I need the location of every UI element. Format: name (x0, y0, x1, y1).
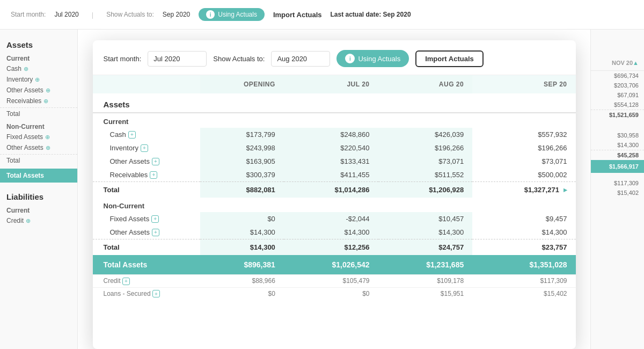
modal-table-container[interactable]: OPENING JUL 20 AUG 20 SEP 20 Assets (93, 75, 576, 349)
expand-icon: ⊕ (46, 87, 50, 94)
nc-total-jul20: $12,256 (284, 239, 378, 256)
current-total-row: Total $882,081 $1,014,286 $1,206,928 $1,… (93, 182, 576, 198)
right-col-total: $1,521,659 (591, 110, 644, 120)
sidebar-assets-title: Assets (0, 35, 77, 52)
right-col-other-assets-2: $14,300 (591, 140, 644, 150)
inventory-opening: $243,998 (200, 141, 284, 155)
receivables-jul20: $411,455 (284, 168, 378, 182)
start-month-label: Start month: (11, 11, 46, 18)
right-col-fixed-assets: $30,958 (591, 130, 644, 140)
credit-opening: $88,966 (200, 275, 284, 288)
col-header-jul20: JUL 20 (284, 75, 378, 93)
right-col-total-2: $45,258 (591, 150, 644, 160)
inventory-label: Inventory (110, 144, 138, 152)
expand-icon: ⊕ (45, 134, 50, 141)
current-total-opening: $882,081 (200, 182, 284, 198)
right-col-credit: $117,309 (591, 178, 644, 188)
table-row-fixed-assets: Fixed Assets + $0 -$2,044 $10,457 $9,457 (93, 212, 576, 226)
modal-show-actuals-input[interactable] (271, 51, 330, 67)
sidebar-liab-current-title: Current (0, 203, 77, 215)
import-actuals-label[interactable]: Import Actuals (273, 11, 322, 19)
nc-other-assets-opening: $14,300 (200, 226, 284, 239)
modal-start-month-input[interactable] (148, 51, 207, 67)
loans-label: Loans - Secured (104, 290, 151, 297)
fixed-assets-label: Fixed Assets (110, 215, 150, 223)
cash-jul20: $248,860 (284, 128, 378, 141)
total-assets-label: Total Assets (93, 255, 200, 275)
fixed-assets-sep20: $9,457 (472, 212, 575, 226)
right-col-total-assets: $1,566,917 (591, 160, 644, 173)
top-bar: Start month: Jul 2020 | Show Actuals to:… (0, 0, 644, 30)
table-header-row: OPENING JUL 20 AUG 20 SEP 20 (93, 75, 576, 93)
show-actuals-label: Show Actuals to: (106, 11, 154, 18)
inventory-jul20: $220,540 (284, 141, 378, 155)
sidebar-current-title: Current (0, 52, 77, 63)
cash-label: Cash (110, 130, 126, 139)
expand-icon: ⊕ (35, 76, 40, 83)
expand-icon: ⊕ (46, 144, 50, 151)
nc-total-label: Total (93, 239, 200, 256)
inventory-expand-icon[interactable]: + (141, 144, 148, 152)
main-content: Start month: Show Actuals to: i Using Ac… (78, 30, 590, 349)
loans-aug20: $15,951 (378, 287, 473, 300)
non-current-total-row: Total $14,300 $12,256 $24,757 $23,757 (93, 239, 576, 256)
expand-icon: ⊕ (24, 66, 28, 72)
loans-jul20: $0 (284, 287, 378, 300)
nc-total-aug20: $24,757 (378, 239, 473, 256)
credit-aug20: $109,178 (378, 275, 473, 288)
modal-using-actuals-btn[interactable]: i Using Actuals (336, 50, 409, 67)
fixed-assets-jul20: -$2,044 (284, 212, 378, 226)
fixed-assets-opening: $0 (200, 212, 284, 226)
right-col-loans: $15,402 (591, 188, 644, 198)
credit-sep20: $117,309 (472, 275, 575, 288)
other-assets-expand-icon[interactable]: + (152, 158, 159, 165)
loans-expand-icon[interactable]: + (152, 290, 160, 297)
nc-other-assets-aug20: $14,300 (378, 226, 473, 239)
other-assets-label: Other Assets (110, 157, 150, 165)
assets-section-header: Assets (93, 93, 576, 113)
total-assets-opening: $896,381 (200, 255, 284, 275)
total-assets-sep20: $1,351,028 (472, 255, 575, 275)
other-assets-sep20: $73,071 (472, 155, 575, 168)
sidebar-item-other-assets-1[interactable]: Other Assets ⊕ (0, 85, 77, 96)
sidebar-item-fixed-assets[interactable]: Fixed Assets ⊕ (0, 132, 77, 142)
current-total-jul20: $1,014,286 (284, 182, 378, 198)
modal-toolbar: Start month: Show Actuals to: i Using Ac… (93, 40, 576, 75)
table-row-other-assets: Other Assets + $163,905 $133,431 $73,071… (93, 155, 576, 168)
credit-label: Credit (104, 277, 121, 285)
nc-total-opening: $14,300 (200, 239, 284, 256)
cash-expand-icon[interactable]: + (128, 131, 136, 139)
current-total-sep20: $1,327,271 ▸ (472, 182, 575, 198)
sidebar-liabilities-title: Liabilities (0, 187, 77, 203)
using-actuals-badge[interactable]: i Using Actuals (199, 8, 265, 21)
nc-other-assets-sep20: $14,300 (472, 226, 575, 239)
sidebar-item-credit[interactable]: Credit ⊕ (0, 215, 77, 226)
sidebar-item-inventory[interactable]: Inventory ⊕ (0, 74, 77, 85)
other-assets-opening: $163,905 (200, 155, 284, 168)
modal-import-btn[interactable]: Import Actuals (415, 50, 484, 67)
fixed-assets-expand-icon[interactable]: + (151, 215, 159, 223)
receivables-label: Receivables (110, 171, 148, 179)
modal-panel: Start month: Show Actuals to: i Using Ac… (93, 40, 576, 349)
expand-icon: ⊕ (43, 98, 48, 105)
modal-using-actuals-label: Using Actuals (358, 55, 400, 63)
table-row-inventory: Inventory + $243,998 $220,540 $196,266 $… (93, 141, 576, 155)
sidebar-item-cash[interactable]: Cash ⊕ (0, 63, 77, 74)
receivables-expand-icon[interactable]: + (150, 171, 157, 179)
sidebar-item-other-assets-2[interactable]: Other Assets ⊕ (0, 142, 77, 153)
receivables-opening: $300,379 (200, 168, 284, 182)
cash-opening: $173,799 (200, 128, 284, 141)
sidebar-current-total: Total (0, 107, 77, 120)
modal-info-icon: i (345, 54, 355, 63)
modal-start-month-label: Start month: (104, 55, 142, 63)
nc-other-assets-expand-icon[interactable]: + (152, 229, 159, 236)
sidebar-item-receivables[interactable]: Receivables ⊕ (0, 96, 77, 106)
credit-expand-icon[interactable]: + (122, 278, 130, 285)
sidebar-noncurrent-total: Total (0, 154, 77, 166)
credit-jul20: $105,479 (284, 275, 378, 288)
modal-show-actuals-label: Show Actuals to: (213, 55, 265, 63)
right-col-inventory: $203,706 (591, 81, 644, 90)
table-row-cash: Cash + $173,799 $248,860 $426,039 $557,9… (93, 128, 576, 141)
expand-icon: ⊕ (26, 217, 31, 224)
modal-overlay: Start month: Show Actuals to: i Using Ac… (78, 30, 590, 349)
